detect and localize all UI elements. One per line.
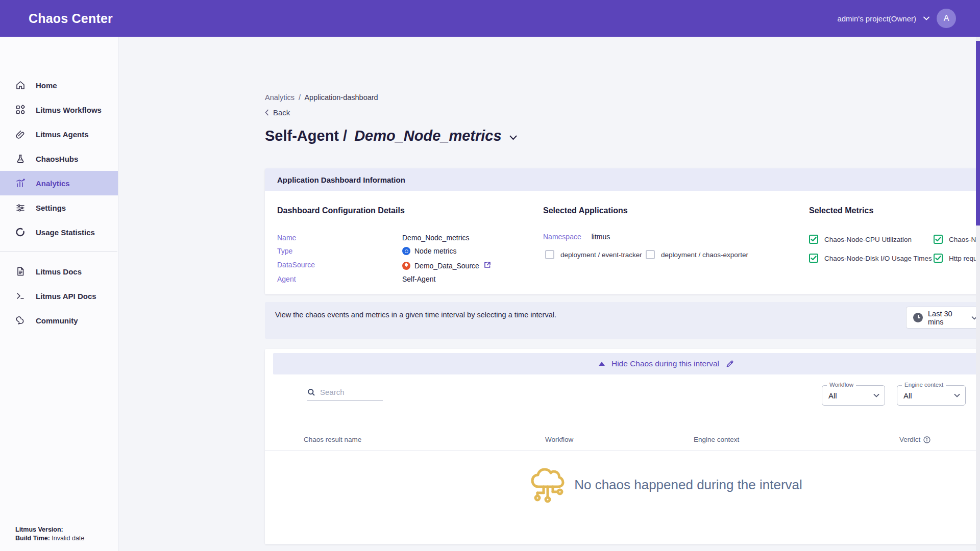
checkbox-http-requests[interactable] <box>934 254 943 263</box>
checkbox-disk-io-times[interactable] <box>809 254 818 263</box>
sidebar-item-chaoshubs[interactable]: ChaosHubs <box>0 146 118 171</box>
sidebar-item-analytics[interactable]: Analytics <box>0 171 118 195</box>
agents-icon <box>15 129 26 139</box>
app-checkbox-row: deployment / chaos-exporter <box>646 250 748 259</box>
chaos-cloud-icon <box>530 466 565 503</box>
hide-chaos-toggle[interactable]: Hide Chaos during this interval <box>273 353 980 374</box>
search-icon <box>307 388 315 396</box>
field-value-agent: Self-Agent <box>402 275 435 283</box>
back-link[interactable]: Back <box>265 108 290 117</box>
caret-up-icon <box>599 362 605 366</box>
column-header-engine-context: Engine context <box>694 436 739 443</box>
agent-name: Self-Agent / <box>265 128 347 144</box>
flask-icon <box>15 154 26 164</box>
terminal-icon <box>15 291 26 301</box>
sidebar-item-community[interactable]: Community <box>0 308 118 333</box>
chevron-down-icon <box>873 393 879 397</box>
sidebar-item-usage-statistics[interactable]: Usage Statistics <box>0 220 118 244</box>
edit-pencil-icon[interactable] <box>726 360 734 368</box>
table-header-row: Chaos result name Workflow Engine contex… <box>265 430 980 451</box>
metrics-heading: Selected Metrics <box>809 206 980 215</box>
chevron-left-icon <box>265 109 269 116</box>
app-root: Chaos Center admin's project(Owner) A Ho… <box>0 0 980 551</box>
namespace-value: litmus <box>592 233 610 241</box>
settings-icon <box>15 203 26 213</box>
search-input[interactable] <box>320 388 379 396</box>
field-value-type: Node metrics <box>402 247 456 255</box>
workflow-filter-select[interactable]: Workflow All <box>822 385 885 406</box>
usage-icon <box>15 227 26 237</box>
breadcrumb-current[interactable]: Application-dashboard <box>304 93 378 102</box>
column-header-verdict: Verdict <box>899 436 930 443</box>
home-icon <box>15 80 26 90</box>
column-header-chaos-result-name: Chaos result name <box>304 436 361 443</box>
checkbox-cpu-utilization[interactable] <box>809 235 818 244</box>
chaos-table-card: Hide Chaos during this interval Workflow… <box>265 349 980 544</box>
metric-checkbox-row: Chaos-Node-Disk I/O Usage Times <box>809 254 932 263</box>
version-info: Litmus Version: Build Time: Invalid date <box>15 525 84 543</box>
dashboard-info-card-title: Application Dashboard Information <box>265 168 980 191</box>
metric-checkbox-row: Chaos-Node-Disk I/O Usage R/W <box>934 235 980 244</box>
field-value-datasource: Demo_Data_Source <box>402 261 492 270</box>
project-label: admin's project(Owner) <box>837 14 916 23</box>
time-interval-panel: View the chaos events and metrics in a g… <box>265 302 980 339</box>
dashboard-name: Demo_Node_metrics <box>354 128 502 144</box>
chevron-down-icon[interactable] <box>923 16 929 20</box>
sidebar-item-home[interactable]: Home <box>0 73 118 97</box>
sidebar-divider <box>0 252 117 252</box>
engine-context-filter-select[interactable]: Engine context All <box>897 385 966 406</box>
sidebar-item-litmus-agents[interactable]: Litmus Agents <box>0 122 118 146</box>
field-label-agent: Agent <box>277 275 402 283</box>
field-label-name: Name <box>277 234 402 242</box>
sidebar-item-litmus-docs[interactable]: Litmus Docs <box>0 259 118 284</box>
app-checkbox-row: deployment / event-tracker <box>545 250 642 259</box>
namespace-label: Namespace <box>543 233 581 241</box>
prometheus-icon <box>402 262 410 270</box>
node-metrics-icon <box>402 247 410 255</box>
page-scrollbar <box>976 37 980 551</box>
search-field <box>307 388 383 400</box>
checkbox-event-tracker[interactable] <box>545 250 554 259</box>
time-range-select[interactable]: Last 30 mins <box>906 307 980 329</box>
sidebar-item-settings[interactable]: Settings <box>0 195 118 220</box>
info-circle-icon[interactable] <box>923 436 930 443</box>
project-switcher[interactable]: admin's project(Owner) A <box>837 0 956 37</box>
page-title: Self-Agent / Demo_Node_metrics <box>265 128 518 144</box>
metric-checkbox-row: Http requests <box>934 254 980 263</box>
column-header-workflow: Workflow <box>545 436 573 443</box>
clock-icon <box>913 313 923 322</box>
chevron-down-icon <box>954 393 960 397</box>
top-header: Chaos Center admin's project(Owner) A <box>0 0 980 37</box>
config-heading: Dashboard Configuration Details <box>277 206 532 215</box>
applications-heading: Selected Applications <box>543 206 798 215</box>
avatar[interactable]: A <box>937 9 956 28</box>
empty-state-message: No chaos happened during the interval <box>574 477 802 493</box>
main-content: Analytics / Application-dashboard Back S… <box>118 37 980 551</box>
sidebar-item-litmus-api-docs[interactable]: Litmus API Docs <box>0 284 118 308</box>
field-label-datasource: DataSource <box>277 261 402 270</box>
app-title: Chaos Center <box>29 11 113 26</box>
workflows-icon <box>15 105 26 115</box>
title-chevron-down-icon[interactable] <box>509 135 518 140</box>
checkbox-chaos-exporter[interactable] <box>646 250 655 259</box>
scrollbar-thumb[interactable] <box>976 41 980 226</box>
field-label-type: Type <box>277 247 402 255</box>
breadcrumb: Analytics / Application-dashboard <box>265 93 378 102</box>
sidebar-item-litmus-workflows[interactable]: Litmus Workflows <box>0 97 118 122</box>
analytics-icon <box>15 178 26 188</box>
external-link-icon[interactable] <box>483 261 492 270</box>
breadcrumb-analytics[interactable]: Analytics <box>265 93 295 102</box>
checkbox-disk-io-rw[interactable] <box>934 235 943 244</box>
metric-checkbox-row: Chaos-Node-CPU Utilization <box>809 235 912 244</box>
sidebar: Home Litmus Workflows Litmus Agents Chao… <box>0 37 118 551</box>
time-interval-description: View the chaos events and metrics in a g… <box>275 310 571 320</box>
field-value-name: Demo_Node_metrics <box>402 234 470 242</box>
community-icon <box>15 315 26 325</box>
empty-state: No chaos happened during the interval <box>265 466 980 503</box>
dashboard-info-card: Application Dashboard Information Dashbo… <box>265 168 980 294</box>
document-icon <box>15 266 26 277</box>
